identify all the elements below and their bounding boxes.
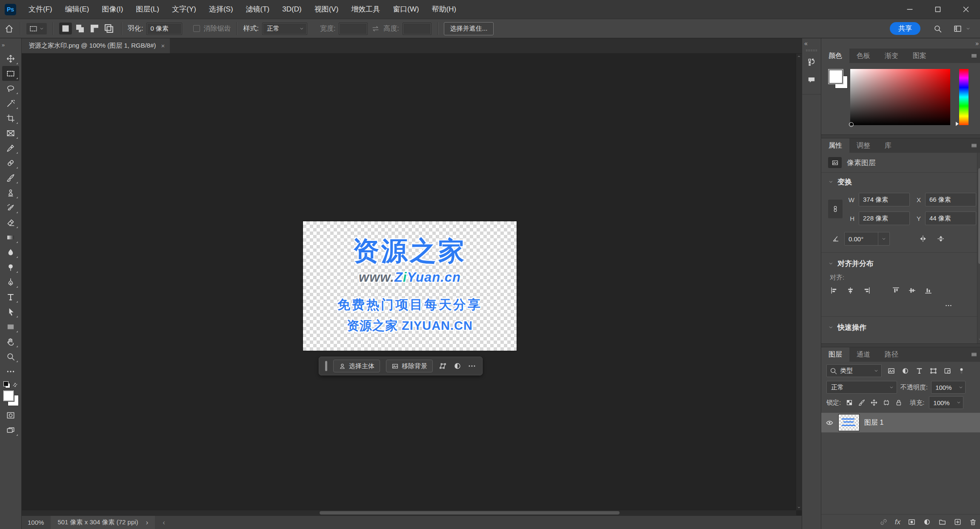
lock-position-icon[interactable] [870,399,878,406]
lock-pixels-icon[interactable] [858,399,866,406]
y-field[interactable]: 44 像素 [925,212,976,225]
layer-row[interactable]: 图层 1 [821,413,980,432]
menu-item-11[interactable]: 窗口(W) [386,0,425,19]
close-button[interactable] [952,0,980,19]
rectangle-tool[interactable] [2,319,19,334]
color-cursor[interactable] [849,122,854,127]
intersect-selection-mode[interactable] [103,23,115,34]
align-section-header[interactable]: 对齐并分布 [828,259,976,269]
style-select[interactable]: 正常 [262,23,307,35]
subtract-selection-mode[interactable] [88,23,101,34]
menu-item-1[interactable]: 文件(F) [22,0,59,19]
toolbar-collapse[interactable]: » [0,38,23,51]
scroll-left-icon[interactable]: ‹ [163,518,165,527]
new-layer-button[interactable] [954,518,962,526]
filter-smart-objects-icon[interactable] [943,367,951,375]
tab-路径[interactable]: 路径 [877,347,906,362]
panel-menu-icon[interactable] [970,52,978,60]
fill-value[interactable]: 100% [929,396,963,409]
feather-input[interactable]: 0 像素 [146,23,182,35]
lock-transparency-icon[interactable] [846,399,853,406]
zoom-tool[interactable] [2,349,19,364]
strip-grip[interactable] [806,49,817,51]
clone-stamp-tool[interactable] [2,185,19,200]
swap-colors-icon[interactable] [12,382,18,388]
color-swatches[interactable] [829,70,848,89]
tab-通道[interactable]: 通道 [849,347,877,362]
quick-mask-button[interactable] [2,408,19,423]
menu-item-3[interactable]: 图像(I) [95,0,129,19]
foreground-color-swatch[interactable] [829,70,843,83]
x-field[interactable]: 66 像素 [925,193,976,206]
menu-item-7[interactable]: 滤镜(T) [240,0,276,19]
hand-tool[interactable] [2,334,19,349]
tab-色板[interactable]: 色板 [849,49,877,63]
layer-name[interactable]: 图层 1 [864,418,883,427]
delete-layer-button[interactable] [969,518,977,526]
chevron-down-icon[interactable] [966,26,971,31]
link-dimensions-icon[interactable] [828,200,843,218]
dodge-tool[interactable] [2,260,19,275]
menu-item-9[interactable]: 视图(V) [308,0,345,19]
default-colors-icon[interactable] [3,381,10,388]
add-layer-mask-button[interactable] [908,518,916,526]
layer-filter-select[interactable]: 类型 [826,364,882,377]
blend-mode-select[interactable]: 正常 [826,381,897,394]
tab-属性[interactable]: 属性 [821,138,849,153]
lock-all-icon[interactable] [895,399,903,406]
layer-visibility-icon[interactable] [826,419,834,427]
more-options-icon[interactable] [468,362,476,370]
canvas[interactable]: 资源之家 www.ZiYuan.cn 免费热门项目每天分享 资源之家 ZIYUA… [22,54,802,515]
horizontal-scrollbar[interactable] [22,510,796,515]
share-button[interactable]: 共享 [890,22,920,35]
align-right-icon[interactable] [862,286,871,295]
scrollbar-thumb[interactable] [320,511,620,515]
layer-effects-button[interactable]: fx [895,518,900,526]
foreground-background-swatches[interactable] [3,390,19,406]
vertical-scrollbar[interactable] [796,54,802,510]
maximize-button[interactable] [924,0,952,19]
eyedropper-tool[interactable] [2,140,19,155]
type-tool[interactable] [2,289,19,304]
magic-wand-tool[interactable] [2,96,19,111]
strip-collapse[interactable]: « [800,38,823,49]
filter-toggle[interactable] [957,367,966,375]
menu-item-8[interactable]: 3D(D) [276,0,308,19]
adjustment-icon[interactable] [453,362,462,370]
height-field[interactable]: 228 像素 [859,212,910,225]
opacity-value[interactable]: 100% [931,381,966,394]
active-tool-preset[interactable] [26,23,47,34]
align-top-icon[interactable] [891,286,900,295]
filter-adjustment-layers-icon[interactable] [901,367,909,375]
swap-width-height-icon[interactable] [371,24,380,33]
panel-menu-icon[interactable] [970,351,978,358]
gradient-tool[interactable] [2,230,19,245]
new-selection-mode[interactable] [59,23,72,34]
hue-slider-arrow[interactable] [956,122,959,126]
hue-slider[interactable] [959,69,969,125]
transform-icon[interactable] [439,362,447,370]
width-input[interactable] [339,23,368,35]
lasso-tool[interactable] [2,81,19,96]
brush-tool[interactable] [2,170,19,185]
path-selection-tool[interactable] [2,304,19,319]
tab-颜色[interactable]: 颜色 [821,49,849,63]
add-selection-mode[interactable] [74,23,86,34]
document-tab[interactable]: 资源之家水印.png @ 100% (图层 1, RGB/8#) × [22,38,170,53]
transform-section-header[interactable]: 变换 [828,177,976,187]
panel-menu-icon[interactable] [970,142,978,149]
saturation-field[interactable] [850,69,950,125]
align-horizontal-center-icon[interactable] [846,286,855,295]
menu-item-2[interactable]: 编辑(E) [59,0,96,19]
tab-调整[interactable]: 调整 [849,138,877,153]
filter-type-layers-icon[interactable] [915,367,923,375]
workspace-icon[interactable] [953,24,962,33]
tab-图案[interactable]: 图案 [906,49,934,63]
width-field[interactable]: 374 像素 [859,193,910,206]
properties-scrollbar[interactable] [977,153,980,343]
close-tab-icon[interactable]: × [161,42,165,49]
move-tool[interactable] [2,51,19,66]
align-vertical-center-icon[interactable] [908,286,917,295]
align-bottom-icon[interactable] [924,286,933,295]
select-subject-button[interactable]: 选择主体 [333,360,380,372]
